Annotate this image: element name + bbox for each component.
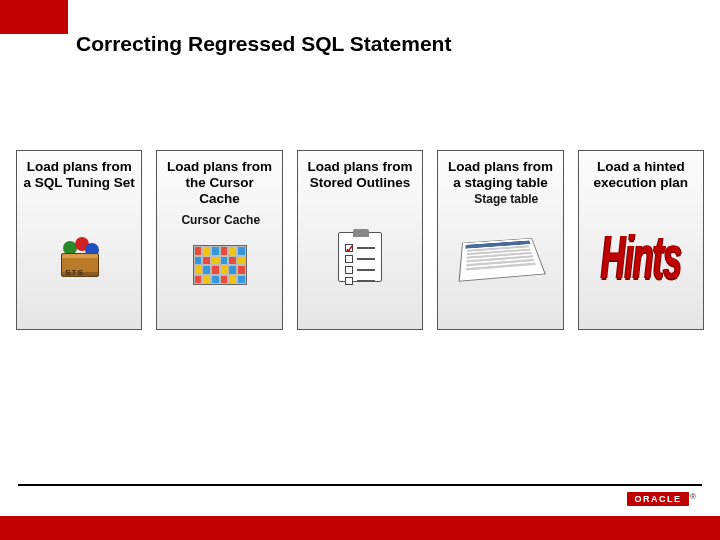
footer-red-bar [0,516,720,540]
oracle-logo: ORACLE ® [627,492,696,506]
card-body [304,191,416,323]
card-body: Stage table [444,191,556,323]
card-cursor-cache: Load plans from the Cursor Cache Cursor … [156,150,282,330]
card-title: Load plans from a SQL Tuning Set [23,159,135,191]
slide-title: Correcting Regressed SQL Statement [76,32,451,56]
card-staging-table: Load plans from a staging table Stage ta… [437,150,563,330]
card-stored-outlines: Load plans from Stored Outlines [297,150,423,330]
card-hinted-plan: Load a hinted execution plan Hints [578,150,704,330]
brand-red-block [0,0,68,34]
card-title: Load plans from Stored Outlines [304,159,416,191]
grid-table-icon [193,245,247,285]
staging-table-sheet-icon [459,238,546,282]
stage-table-caption: Stage table [474,193,538,206]
hints-wordart-icon: Hints [601,222,681,292]
card-body: Hints [585,191,697,323]
card-body [23,191,135,323]
card-title: Load a hinted execution plan [585,159,697,191]
footer-divider [18,484,702,486]
card-title: Load plans from a staging table [444,159,556,191]
oracle-logo-text: ORACLE [627,492,689,506]
card-sql-tuning-set: Load plans from a SQL Tuning Set [16,150,142,330]
card-body: Cursor Cache [163,208,275,323]
card-title: Load plans from the Cursor Cache [163,159,275,208]
cards-row: Load plans from a SQL Tuning Set Load pl… [16,150,704,330]
slide-footer: ORACLE ® [0,484,720,540]
sts-box-icon [53,235,105,279]
cursor-cache-caption: Cursor Cache [181,214,260,227]
registered-mark: ® [690,492,696,501]
checklist-clipboard-icon [338,232,382,282]
